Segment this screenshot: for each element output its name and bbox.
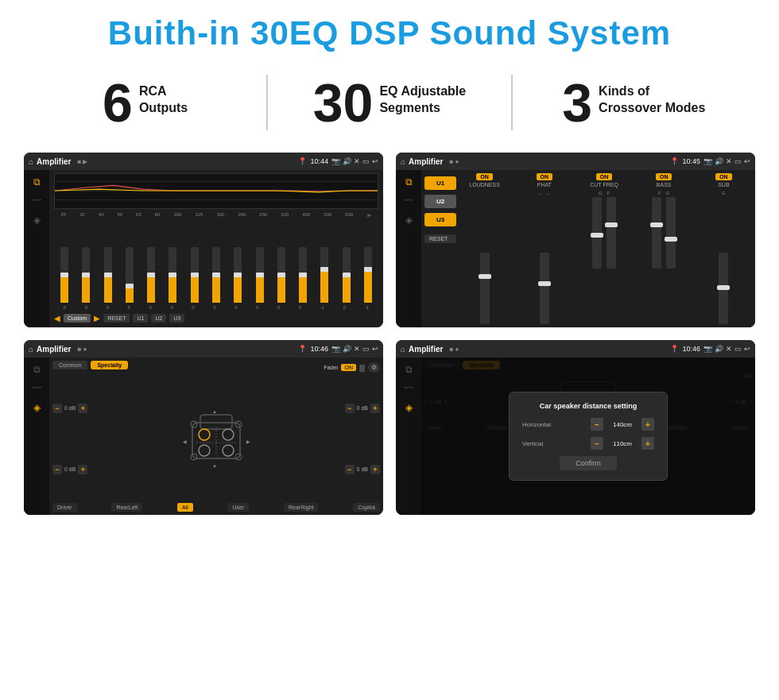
- stat-eq: 30 EQ AdjustableSegments: [292, 75, 486, 130]
- speaker-icon-3[interactable]: ◈: [33, 402, 41, 413]
- sub-slider[interactable]: [696, 197, 752, 324]
- eq-slider-3[interactable]: [104, 247, 112, 303]
- home-icon[interactable]: ⌂: [29, 157, 33, 166]
- copilot-btn[interactable]: Copilot: [353, 503, 380, 512]
- right-rear-plus[interactable]: +: [370, 465, 380, 474]
- eq-slider-2[interactable]: [82, 247, 90, 303]
- stat-rca: 6 RCAOutputs: [48, 75, 242, 130]
- right-front-minus[interactable]: −: [345, 404, 355, 413]
- right-rear-ctrl: − 0 dB +: [345, 465, 380, 474]
- confirm-button[interactable]: Confirm: [560, 456, 617, 470]
- loudness-on-badge[interactable]: ON: [476, 173, 493, 180]
- eq-slider-4[interactable]: [126, 247, 134, 303]
- user-btn[interactable]: User: [227, 503, 249, 512]
- speaker-icon[interactable]: ◈: [33, 215, 41, 226]
- eq-slider-12[interactable]: [299, 247, 307, 303]
- all-btn[interactable]: All: [177, 503, 193, 512]
- volume-icon: 🔊: [343, 157, 351, 165]
- eq-slider-7[interactable]: [191, 247, 199, 303]
- wave-icon-4[interactable]: 〰: [404, 383, 413, 394]
- screen-content-fader: ⧉ 〰 ◈ Common Specialty Fader ON ||| ⚙: [24, 358, 383, 515]
- horizontal-plus-btn[interactable]: +: [641, 418, 654, 431]
- svg-point-7: [199, 445, 210, 456]
- eq-u1-btn[interactable]: U1: [133, 314, 148, 323]
- close-icon[interactable]: ✕: [354, 157, 360, 165]
- eq-slider-8[interactable]: [212, 247, 220, 303]
- stat-number-eq: 30: [313, 75, 374, 130]
- horizontal-minus-btn[interactable]: −: [591, 418, 603, 431]
- eq-slider-1[interactable]: [60, 247, 68, 303]
- eq-slider-15[interactable]: [364, 247, 372, 303]
- back-icon-2[interactable]: ↩: [744, 157, 750, 165]
- driver-btn[interactable]: Driver: [52, 503, 77, 512]
- fader-on-badge[interactable]: ON: [341, 364, 356, 371]
- back-icon-4[interactable]: ↩: [744, 345, 750, 353]
- topbar-time-fader: 10:46: [310, 345, 328, 353]
- wave-icon-2[interactable]: 〰: [404, 195, 413, 207]
- close-icon-3[interactable]: ✕: [354, 345, 360, 353]
- eq-slider-11[interactable]: [277, 247, 285, 303]
- eq-slider-10[interactable]: [256, 247, 264, 303]
- eq-icon-4[interactable]: ⧉: [405, 364, 413, 375]
- eq-icon-2[interactable]: ⧉: [405, 176, 413, 188]
- right-rear-minus[interactable]: −: [345, 465, 355, 474]
- topbar-distance: ⌂ Amplifier ■ ● 📍 10:46 📷 🔊 ✕ ▭ ↩: [396, 340, 755, 358]
- eq-slider-13[interactable]: [320, 247, 328, 303]
- fader-tab-specialty[interactable]: Specialty: [91, 361, 128, 369]
- eq-next-btn[interactable]: ▶: [94, 314, 100, 323]
- location-icon-2: 📍: [670, 157, 679, 165]
- home-icon-2[interactable]: ⌂: [401, 157, 405, 166]
- speaker-icon-2[interactable]: ◈: [405, 215, 413, 226]
- eq-slider-6[interactable]: [169, 247, 176, 303]
- wave-icon-3[interactable]: 〰: [32, 383, 41, 394]
- eq-slider-5[interactable]: [147, 247, 155, 303]
- home-icon-4[interactable]: ⌂: [401, 345, 405, 354]
- vertical-plus-btn[interactable]: +: [641, 437, 654, 450]
- phat-label: PHAT: [537, 182, 552, 188]
- loudness-label: LOUDNESS: [469, 182, 500, 188]
- eq-reset-btn[interactable]: RESET: [103, 314, 130, 323]
- left-front-plus[interactable]: +: [78, 404, 87, 413]
- eq-slider-14[interactable]: [343, 247, 351, 303]
- eq-u3-btn[interactable]: U3: [169, 314, 184, 323]
- topbar-fader: ⌂ Amplifier ■ ● 📍 10:46 📷 🔊 ✕ ▭ ↩: [24, 340, 383, 358]
- eq-icon-3[interactable]: ⧉: [33, 364, 41, 375]
- fader-left-controls: − 0 dB + − 0 dB +: [52, 377, 87, 500]
- bass-on-badge[interactable]: ON: [656, 173, 672, 180]
- crossover-reset-btn[interactable]: RESET: [424, 234, 456, 243]
- rearright-btn[interactable]: RearRight: [284, 503, 319, 512]
- sub-on-badge[interactable]: ON: [715, 173, 732, 180]
- topbar-time-eq: 10:44: [310, 157, 328, 165]
- left-front-minus[interactable]: −: [52, 404, 62, 413]
- cutfreq-on-badge[interactable]: ON: [596, 173, 613, 180]
- u1-button[interactable]: U1: [424, 176, 456, 190]
- speaker-icon-4[interactable]: ◈: [405, 402, 413, 413]
- wave-icon[interactable]: 〰: [32, 195, 41, 207]
- fader-tab-common[interactable]: Common: [52, 361, 87, 369]
- phat-slider[interactable]: [516, 199, 572, 324]
- screen-eq: ⌂ Amplifier ■ ▶ 📍 10:44 📷 🔊 ✕ ▭ ↩ ⧉ 〰 ◈: [24, 153, 383, 327]
- close-icon-2[interactable]: ✕: [726, 157, 732, 165]
- fader-settings-icon[interactable]: ⚙: [368, 362, 380, 373]
- u3-button[interactable]: U3: [424, 213, 456, 226]
- eq-custom-btn[interactable]: Custom: [64, 314, 91, 323]
- left-rear-plus[interactable]: +: [78, 465, 87, 474]
- rearleft-btn[interactable]: RearLeft: [111, 503, 142, 512]
- horizontal-row: Horizontal − 140cm +: [522, 418, 654, 431]
- right-front-plus[interactable]: +: [370, 404, 380, 413]
- left-rear-minus[interactable]: −: [52, 465, 62, 474]
- eq-u2-btn[interactable]: U2: [151, 314, 166, 323]
- vertical-minus-btn[interactable]: −: [591, 437, 603, 450]
- back-icon[interactable]: ↩: [372, 157, 378, 165]
- back-icon-3[interactable]: ↩: [372, 345, 378, 353]
- phat-on-badge[interactable]: ON: [537, 173, 553, 180]
- u2-button[interactable]: U2: [424, 195, 456, 208]
- loudness-slider[interactable]: [456, 191, 513, 324]
- eq-slider-9[interactable]: [234, 247, 242, 303]
- close-icon-4[interactable]: ✕: [726, 345, 732, 353]
- home-icon-3[interactable]: ⌂: [29, 345, 33, 354]
- eq-prev-btn[interactable]: ◀: [54, 314, 60, 323]
- camera-icon-2: 📷: [703, 157, 712, 165]
- camera-icon-3: 📷: [331, 345, 340, 353]
- eq-icon[interactable]: ⧉: [33, 176, 41, 188]
